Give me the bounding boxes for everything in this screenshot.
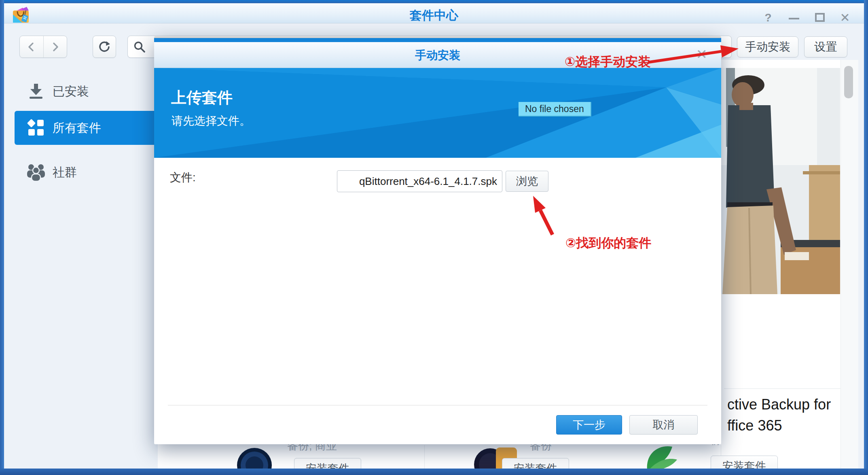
chevron-right-icon xyxy=(50,42,60,52)
forward-button[interactable] xyxy=(43,36,67,57)
sidebar-item-community[interactable]: 社群 xyxy=(15,155,160,189)
minimize-icon[interactable] xyxy=(787,12,801,24)
sidebar-item-label: 社群 xyxy=(53,164,77,181)
window-border-top xyxy=(0,0,868,3)
help-icon[interactable]: ? xyxy=(761,12,775,24)
scrollbar[interactable] xyxy=(840,60,858,472)
close-window-icon[interactable]: ✕ xyxy=(838,12,852,24)
page-title: 套件中心 xyxy=(4,7,864,24)
next-button[interactable]: 下一步 xyxy=(556,415,622,435)
upload-subtitle: 请先选择文件。 xyxy=(171,113,251,129)
back-button[interactable] xyxy=(20,36,43,57)
cancel-button[interactable]: 取消 xyxy=(629,415,698,435)
card-row-divider xyxy=(724,388,840,389)
package-card-title: ctive Backup for ffice 365 xyxy=(727,394,831,436)
browse-button[interactable]: 浏览 xyxy=(506,171,548,192)
manual-install-label: 手动安装 xyxy=(737,37,798,57)
refresh-button[interactable] xyxy=(93,36,116,58)
titlebar: 套件中心 ? ✕ xyxy=(4,3,864,23)
window-border-right xyxy=(864,0,868,475)
window-border-bottom xyxy=(0,469,868,475)
nav-button-group xyxy=(19,36,67,58)
maximize-icon[interactable] xyxy=(813,12,827,24)
sidebar-item-label: 已安装 xyxy=(53,83,89,100)
dialog-close-icon[interactable]: ✕ xyxy=(696,46,708,62)
annotation-step2: ②找到你的套件 xyxy=(565,235,651,252)
search-icon xyxy=(133,41,146,53)
settings-button[interactable]: 设置 xyxy=(804,36,847,57)
dialog-body: 文件: 浏览 xyxy=(154,158,721,405)
upload-title: 上传套件 xyxy=(171,87,233,108)
community-icon xyxy=(26,163,46,181)
footer-divider xyxy=(168,405,707,405)
manual-install-button[interactable]: 手动安装 xyxy=(737,36,798,57)
upload-banner: 上传套件 请先选择文件。 No file chosen xyxy=(154,68,721,158)
installed-icon xyxy=(26,83,46,100)
package-center-window: 套件中心 ? ✕ 手动安 xyxy=(0,0,868,475)
all-packages-icon xyxy=(26,119,46,137)
no-file-chosen-tooltip: No file chosen xyxy=(519,102,591,117)
settings-label: 设置 xyxy=(804,37,847,57)
scrollbar-thumb[interactable] xyxy=(844,66,853,98)
sidebar-item-all-packages[interactable]: 所有套件 xyxy=(15,111,160,145)
sidebar-item-installed[interactable]: 已安装 xyxy=(15,74,160,108)
window-border-left xyxy=(0,0,4,475)
file-field-label: 文件: xyxy=(170,170,196,185)
chevron-left-icon xyxy=(26,42,37,52)
refresh-icon xyxy=(98,40,111,53)
window-content: 套件中心 ? ✕ 手动安 xyxy=(4,3,864,469)
card-divider xyxy=(424,445,425,472)
banner-facets xyxy=(154,68,721,158)
annotation-step1: ①选择手动安装 xyxy=(565,53,650,70)
sidebar-item-label: 所有套件 xyxy=(53,120,101,136)
dialog-accent-bar xyxy=(154,38,721,42)
file-path-input[interactable] xyxy=(337,170,502,192)
